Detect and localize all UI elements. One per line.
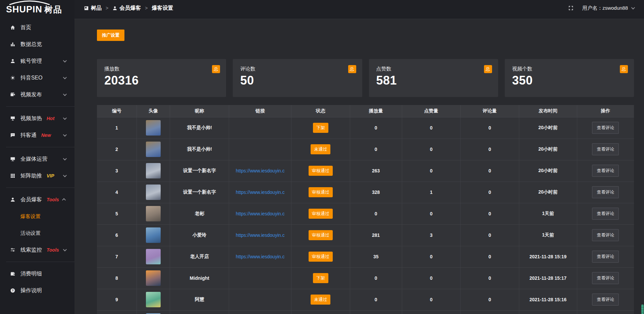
video-link[interactable]: https://www.iesdouyin.c [236,190,285,195]
status-badge: 未通过 [311,295,330,305]
sliders-icon [10,247,15,253]
table-row: 3 设置一个新名字 https://www.iesdouyin.c 审核通过 2… [97,160,634,181]
publish-time: 1天前 [519,203,577,224]
sidebar-item-13[interactable]: 爆客设置 [0,208,74,225]
breadcrumb-item-home[interactable]: 树品 [84,5,102,12]
avatar [146,120,161,136]
plays-count: 281 [350,224,402,246]
promo-settings-button[interactable]: 推广设置 [97,30,124,41]
comments-count: 0 [461,181,519,203]
sidebar-divider [6,106,74,107]
plays-count: 0 [350,203,402,224]
sidebar-item-label: 账号管理 [20,58,42,65]
stat-card-3: 视频个数 350 总 [505,59,634,97]
column-header-5: 播放量 [350,105,402,117]
view-comments-button[interactable]: 查看评论 [592,165,619,177]
sidebar-item-0[interactable]: 首页 [0,19,74,36]
row-id: 6 [97,224,137,246]
nickname: 老彬 [170,203,229,224]
home-icon [10,25,15,30]
sidebar-item-7[interactable]: 抖客通New [0,127,74,144]
row-id: 8 [97,267,137,289]
view-comments-button[interactable]: 查看评论 [592,251,619,263]
likes-count: 0 [402,246,461,267]
breadcrumb-separator: > [145,5,148,11]
sidebar-item-10[interactable]: 矩阵助推VIP [0,167,74,184]
publish-time: 2021-11-28 15:19 [519,246,577,267]
chevron-down-icon [63,248,67,251]
plays-count: 0 [350,139,402,160]
nickname: 我不是小帅! [170,117,229,139]
avatar [146,163,161,178]
stat-label: 播放数 [104,66,219,72]
gear-icon [10,75,15,81]
total-badge: 总 [484,65,492,73]
table-row: 1 我不是小帅! 下架 0 0 0 20小时前 查看评论 [97,117,634,139]
sidebar-item-14[interactable]: 活动设置 [0,225,74,242]
comments-count: 0 [461,203,519,224]
video-link[interactable]: https://www.iesdouyin.c [236,211,285,216]
sidebar-item-17[interactable]: 消费明细 [0,265,74,282]
stat-card-2: 点赞数 581 总 [369,59,498,97]
nickname: Midnight [170,267,229,289]
chevron-up-icon [62,198,66,202]
sidebar-item-6[interactable]: 视频加热Hot [0,110,74,127]
view-comments-button[interactable]: 查看评论 [592,229,619,241]
video-link[interactable]: https://www.iesdouyin.c [236,168,285,173]
view-comments-button[interactable]: 查看评论 [592,294,619,306]
breadcrumb-label: 树品 [91,5,102,12]
plays-count: 0 [350,117,402,139]
logo-arc [8,0,51,5]
sidebar-item-2[interactable]: 账号管理 [0,53,74,69]
menu-badge: Hot [47,116,54,121]
sidebar-divider [6,262,74,262]
video-link[interactable]: https://www.iesdouyin.c [236,232,285,238]
sidebar-item-18[interactable]: ?操作说明 [0,282,74,299]
column-header-3: 链接 [229,105,291,117]
table-row: 5 老彬 https://www.iesdouyin.c 审核通过 0 0 0 … [97,203,634,224]
sidebar-item-12[interactable]: 会员爆客Tools [0,191,74,208]
chevron-down-icon [63,133,67,137]
stat-label: 点赞数 [376,66,491,72]
sidebar-item-3[interactable]: 抖音SEO [0,69,74,86]
table-row: 8 Midnight 下架 0 0 0 2021-11-28 15:17 查看评… [97,267,634,289]
menu-badge: VIP [47,173,54,178]
view-comments-button[interactable]: 查看评论 [592,122,619,134]
sidebar-item-1[interactable]: 数据总览 [0,36,74,53]
sidebar-item-4[interactable]: 视频发布 [0,86,74,103]
comments-count: 0 [461,160,519,181]
plays-count [350,310,402,314]
view-comments-button[interactable]: 查看评论 [592,208,619,220]
publish-time: 1天前 [519,224,577,246]
nickname: 小爱玲 [170,224,229,246]
sidebar-item-15[interactable]: 线索监控Tools [0,242,74,258]
column-header-1: 头像 [137,105,170,117]
avatar [146,206,161,221]
breadcrumb-label: 会员爆客 [119,5,141,12]
view-comments-button[interactable]: 查看评论 [592,186,619,198]
videos-table: 编号头像昵称链接状态播放量点赞量评论量发布时间操作 1 我不是小帅! 下架 0 … [97,105,634,314]
screen-icon [10,116,15,121]
sidebar-item-9[interactable]: 全媒体运营 [0,151,74,167]
row-id: 7 [97,246,137,267]
status-badge: 未通过 [311,144,330,154]
page-scrollbar-thumb[interactable] [641,305,644,314]
wallet-icon [10,271,15,276]
view-comments-button[interactable]: 查看评论 [592,143,619,155]
fullscreen-icon[interactable] [568,5,574,11]
nickname: 我不是小帅! [170,139,229,160]
chevron-down-icon [631,6,635,9]
sidebar-item-label: 视频发布 [20,91,42,98]
menu-badge: New [41,133,51,138]
stat-card-0: 播放数 20316 总 [97,59,226,97]
nickname [170,310,229,314]
user-menu[interactable]: 用户名：zswodun88 [582,5,634,11]
sidebar: SHUPIN 树品 首页 数据总览 账号管理 抖音SEO 视频发布 视频加热Ho… [0,0,74,314]
topbar-right: 用户名：zswodun88 [568,5,634,11]
avatar [146,142,161,157]
video-link[interactable]: https://www.iesdouyin.c [236,254,285,259]
view-comments-button[interactable]: 查看评论 [592,272,619,284]
user-icon [10,58,15,64]
menu-badge: Tools [47,247,59,253]
breadcrumb-item-section[interactable]: 会员爆客 [112,5,141,12]
